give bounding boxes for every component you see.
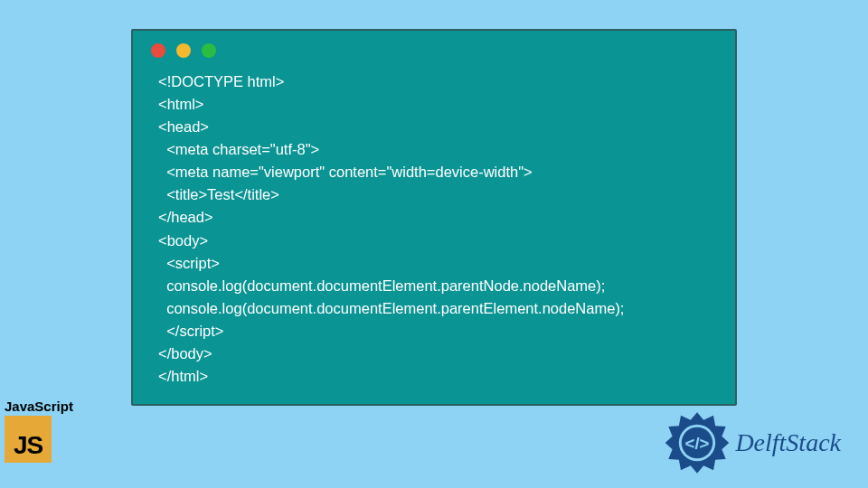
svg-text:</>: </> <box>685 434 710 453</box>
window-minimize-dot <box>176 43 191 58</box>
code-window: <!DOCTYPE html> <html> <head> <meta char… <box>131 29 737 406</box>
javascript-icon: JS <box>5 416 52 463</box>
delftstack-logo-icon: </> <box>665 410 730 475</box>
delftstack-badge: </> DelftStack <box>665 410 841 475</box>
javascript-icon-text: JS <box>14 431 42 460</box>
delftstack-text: DelftStack <box>735 428 841 457</box>
window-close-dot <box>151 43 165 58</box>
javascript-badge: JavaScript JS <box>5 399 73 463</box>
code-content: <!DOCTYPE html> <html> <head> <meta char… <box>133 65 735 388</box>
javascript-label: JavaScript <box>5 399 73 414</box>
window-maximize-dot <box>202 43 216 58</box>
window-controls <box>133 31 735 65</box>
